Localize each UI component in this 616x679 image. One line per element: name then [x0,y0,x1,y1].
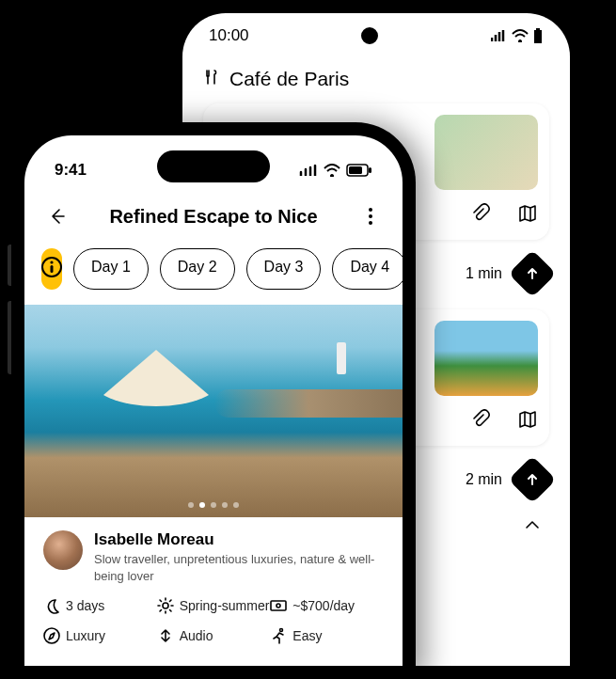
camera-hole [361,27,378,44]
svg-rect-10 [271,601,286,610]
audio-icon [157,627,174,644]
svg-point-3 [369,208,372,212]
tab-day-3[interactable]: Day 3 [246,248,322,290]
meta-season: Spring-summer [157,597,271,614]
carousel-dots [188,502,239,508]
cash-icon [270,597,287,614]
more-button[interactable] [357,203,384,229]
info-icon [41,257,62,282]
hero-image[interactable] [24,305,403,517]
tab-info[interactable] [41,248,62,290]
meta-duration: 3 days [43,597,157,614]
status-icons-front [299,164,372,177]
poi-image [434,321,538,396]
directions-button[interactable] [509,250,557,298]
svg-point-5 [369,221,372,225]
attachment-icon[interactable] [470,409,491,434]
cellular-icon [299,165,318,176]
author-bio: Slow traveller, unpretentious luxuries, … [94,551,384,584]
back-page-header: Café de Paris [203,68,549,90]
svg-rect-8 [51,265,54,273]
tab-day-4[interactable]: Day 4 [332,248,403,290]
tab-day-2[interactable]: Day 2 [160,248,235,290]
day-tabs: Day 1 Day 2 Day 3 Day 4 [24,243,403,305]
author-name: Isabelle Moreau [94,530,384,549]
wifi-icon [512,29,529,42]
trip-meta: 3 days Spring-summer ~$700/day Luxury Au… [24,592,403,650]
page-title: Refined Escape to Nice [75,206,352,228]
svg-point-11 [276,604,280,608]
svg-rect-2 [369,167,371,173]
transit-duration: 1 min [466,265,502,282]
transit-duration: 2 min [466,471,502,488]
status-icons-back [491,28,544,43]
wifi-icon [324,164,340,177]
meta-style: Luxury [43,627,157,644]
author-block: Isabelle Moreau Slow traveller, unpreten… [24,517,403,592]
map-icon[interactable] [517,203,538,229]
battery-icon [532,28,544,43]
meta-difficulty: Easy [270,627,384,644]
meta-budget: ~$700/day [270,597,384,614]
poi-image [434,115,538,190]
svg-rect-1 [349,166,362,174]
svg-point-13 [280,629,283,632]
utensils-icon [203,68,220,90]
meta-media: Audio [157,627,271,644]
phone-front: 9:41 Refined Escape to Nice Day 1 [11,122,416,679]
svg-point-7 [50,261,53,263]
status-bar-back: 10:00 [182,13,570,58]
compass-icon [43,627,60,644]
svg-point-9 [163,603,168,608]
avatar[interactable] [43,530,83,570]
clock-front: 9:41 [55,161,87,180]
tab-day-1[interactable]: Day 1 [73,248,149,290]
back-button[interactable] [43,203,70,229]
battery-icon [346,164,372,177]
moon-icon [43,597,60,614]
map-icon[interactable] [517,409,538,434]
attachment-icon[interactable] [470,203,491,229]
svg-point-12 [44,628,59,643]
clock-back: 10:00 [209,26,249,45]
svg-point-4 [369,214,372,218]
directions-button[interactable] [509,456,557,504]
back-title: Café de Paris [229,68,349,90]
dynamic-island [157,150,270,182]
running-icon [270,627,287,644]
sun-icon [157,597,174,614]
signal-icon [491,29,508,42]
